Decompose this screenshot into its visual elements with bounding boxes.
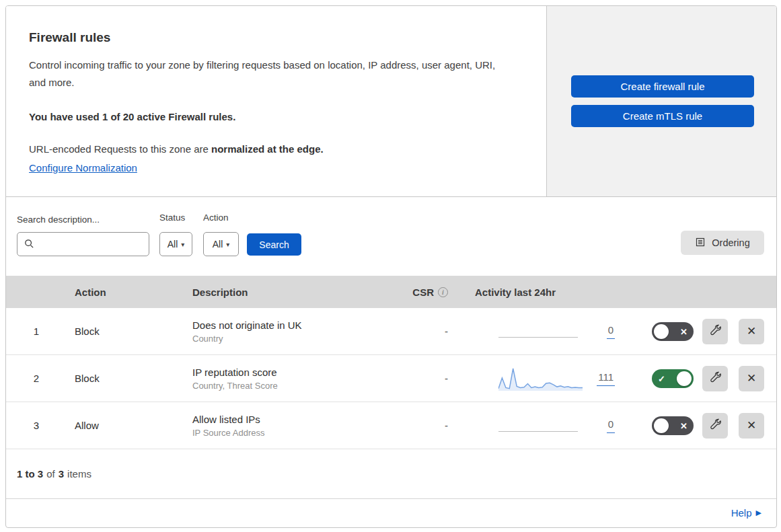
toggle-knob xyxy=(654,418,669,433)
page-description: Control incoming traffic to your zone by… xyxy=(29,56,510,91)
table-header: Action Description CSR i Activity last 2… xyxy=(6,276,776,308)
edit-rule-button[interactable] xyxy=(702,319,728,344)
toggle-knob xyxy=(654,324,669,339)
filter-bar: Search description... Status All ▾ Actio… xyxy=(6,197,776,276)
activity-count-link[interactable]: 0 xyxy=(607,324,615,339)
activity-sparkline xyxy=(498,365,583,392)
wrench-icon xyxy=(710,324,721,339)
table-row: 3 Allow Allow listed IPs IP Source Addre… xyxy=(6,402,776,449)
close-icon: ✕ xyxy=(747,418,756,432)
create-firewall-rule-button[interactable]: Create firewall rule xyxy=(571,75,754,98)
rule-activity-cell: 111 xyxy=(453,355,622,402)
wrench-icon xyxy=(710,371,721,386)
rule-controls: ✕ ✕ xyxy=(622,413,776,439)
firewall-rules-card: Firewall rules Control incoming traffic … xyxy=(5,5,777,528)
rule-enabled-toggle[interactable]: ✓ xyxy=(652,369,694,388)
rule-controls: ✓ ✕ xyxy=(622,366,776,391)
rule-csr-value: - xyxy=(373,373,453,384)
delete-rule-button[interactable]: ✕ xyxy=(739,413,764,439)
rule-controls: ✕ ✕ xyxy=(622,319,776,344)
table-row: 1 Block Does not originate in UK Country… xyxy=(6,308,776,355)
search-icon xyxy=(24,239,34,252)
rule-description: Does not originate in UK Country xyxy=(184,319,373,344)
col-csr-label: CSR xyxy=(412,287,434,298)
close-icon: ✕ xyxy=(747,371,756,385)
search-label: Search description... xyxy=(17,215,100,225)
toggle-state-icon: ✓ xyxy=(658,373,665,383)
ordering-list-icon xyxy=(695,237,706,250)
search-field-wrap xyxy=(17,232,149,256)
create-mtls-rule-button[interactable]: Create mTLS rule xyxy=(571,105,754,127)
close-icon: ✕ xyxy=(747,324,756,338)
rule-priority: 2 xyxy=(6,373,67,384)
rule-description-fields: Country xyxy=(192,334,373,344)
wrench-icon xyxy=(710,418,721,433)
col-csr: CSR i xyxy=(373,287,453,298)
rule-description: Allow listed IPs IP Source Address xyxy=(184,414,373,438)
rule-enabled-toggle[interactable]: ✕ xyxy=(652,322,694,341)
items-total: 3 xyxy=(59,468,64,480)
search-button[interactable]: Search xyxy=(247,233,301,256)
activity-flatline xyxy=(498,431,578,432)
col-description: Description xyxy=(184,287,373,298)
rule-csr-value: - xyxy=(373,420,453,431)
chevron-down-icon: ▾ xyxy=(226,241,229,248)
rule-action: Block xyxy=(67,326,184,337)
actions-panel: Create firewall rule Create mTLS rule xyxy=(547,6,776,196)
pagination-summary: 1 to 3 of 3 items xyxy=(6,449,776,498)
activity-sparkline xyxy=(498,412,583,439)
items-label: items xyxy=(67,468,91,480)
action-filter-dropdown[interactable]: All ▾ xyxy=(203,232,239,256)
toggle-knob xyxy=(677,371,692,386)
action-filter-value: All xyxy=(213,239,223,250)
status-filter-dropdown[interactable]: All ▾ xyxy=(159,232,192,256)
configure-normalization-link[interactable]: Configure Normalization xyxy=(29,162,137,174)
help-row: Help ▶ xyxy=(6,498,776,526)
ordering-button-label: Ordering xyxy=(712,237,749,248)
normalization-note-bold: normalized at the edge. xyxy=(211,143,324,155)
table-row: 2 Block IP reputation score Country, Thr… xyxy=(6,355,776,402)
rule-action: Allow xyxy=(67,420,184,431)
rule-activity-cell: 0 xyxy=(453,308,622,354)
status-filter-label: Status xyxy=(159,213,185,223)
normalization-note-text: URL-encoded Requests to this zone are xyxy=(29,143,211,155)
chevron-down-icon: ▾ xyxy=(181,241,184,248)
rule-description-fields: Country, Threat Score xyxy=(192,381,373,391)
col-action: Action xyxy=(67,287,184,298)
search-input[interactable] xyxy=(17,232,149,256)
activity-count-link[interactable]: 0 xyxy=(607,418,615,433)
items-of: of xyxy=(46,468,55,480)
delete-rule-button[interactable]: ✕ xyxy=(739,319,764,344)
rule-action: Block xyxy=(67,373,184,384)
rule-priority: 3 xyxy=(6,420,67,431)
normalization-note: URL-encoded Requests to this zone are no… xyxy=(29,143,517,155)
edit-rule-button[interactable] xyxy=(702,413,728,439)
rule-enabled-toggle[interactable]: ✕ xyxy=(652,416,694,435)
toggle-state-icon: ✕ xyxy=(680,326,687,336)
action-filter-label: Action xyxy=(203,213,229,223)
status-filter-value: All xyxy=(168,239,178,250)
activity-count-link[interactable]: 111 xyxy=(597,371,615,386)
arrow-right-icon: ▶ xyxy=(756,508,761,517)
rule-description-fields: IP Source Address xyxy=(192,428,373,438)
usage-summary: You have used 1 of 20 active Firewall ru… xyxy=(29,111,517,122)
intro-section: Firewall rules Control incoming traffic … xyxy=(6,6,547,196)
rule-description-title: Allow listed IPs xyxy=(192,414,373,425)
delete-rule-button[interactable]: ✕ xyxy=(739,366,764,391)
edit-rule-button[interactable] xyxy=(702,366,728,391)
rule-description-title: Does not originate in UK xyxy=(192,319,373,331)
col-activity: Activity last 24hr xyxy=(453,287,622,298)
activity-flatline xyxy=(498,337,578,338)
items-range: 1 to 3 xyxy=(17,468,43,480)
rule-priority: 1 xyxy=(6,326,67,337)
top-panel: Firewall rules Control incoming traffic … xyxy=(6,6,776,197)
ordering-button[interactable]: Ordering xyxy=(681,231,764,255)
info-icon[interactable]: i xyxy=(438,287,448,297)
help-link[interactable]: Help ▶ xyxy=(731,507,761,519)
rule-activity-cell: 0 xyxy=(453,402,622,449)
page-title: Firewall rules xyxy=(29,30,517,45)
toggle-state-icon: ✕ xyxy=(680,420,687,430)
rule-description: IP reputation score Country, Threat Scor… xyxy=(184,367,373,391)
activity-sparkline xyxy=(498,318,583,345)
rule-csr-value: - xyxy=(373,326,453,337)
